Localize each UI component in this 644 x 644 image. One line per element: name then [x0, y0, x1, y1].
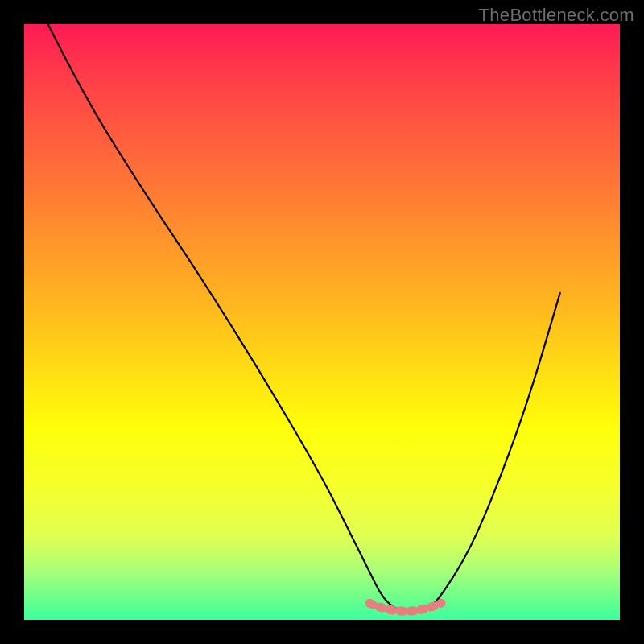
- curve-svg: [24, 24, 620, 620]
- chart-frame: TheBottleneck.com: [0, 0, 644, 644]
- flat-segment-marker: [369, 603, 441, 611]
- plot-area: [24, 24, 620, 620]
- watermark-text: TheBottleneck.com: [479, 5, 634, 26]
- main-curve: [48, 24, 560, 611]
